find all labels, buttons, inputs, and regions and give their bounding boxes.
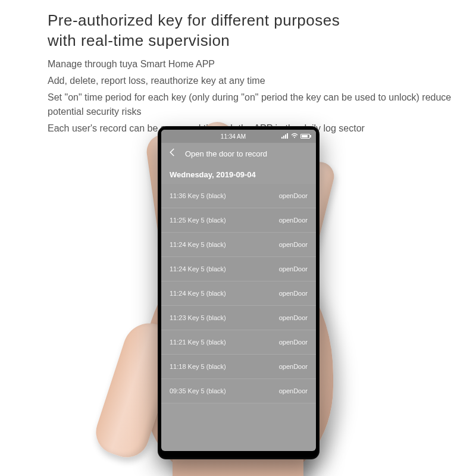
wifi-icon xyxy=(291,133,298,140)
log-entry-label: 11:36 Key 5 (black) xyxy=(170,192,226,199)
log-row[interactable]: 11:24 Key 5 (black)openDoor xyxy=(161,281,316,306)
app-bar: Open the door to record xyxy=(161,143,316,164)
heading-line-2: with real-time supervision xyxy=(48,32,230,49)
app-title: Open the door to record xyxy=(185,149,267,158)
log-row[interactable]: 11:18 Key 5 (black)openDoor xyxy=(161,355,316,379)
phone-frame: 11:34 AM Open the door to record We xyxy=(158,126,320,459)
log-list[interactable]: 11:36 Key 5 (black)openDoor11:25 Key 5 (… xyxy=(161,184,316,403)
log-entry-label: 11:23 Key 5 (black) xyxy=(170,314,226,321)
log-row[interactable]: 11:21 Key 5 (black)openDoor xyxy=(161,330,316,355)
log-entry-label: 11:24 Key 5 (black) xyxy=(170,241,226,248)
date-header: Wednesday, 2019-09-04 xyxy=(161,164,316,184)
log-entry-action: openDoor xyxy=(279,387,308,394)
svg-rect-2 xyxy=(285,134,286,139)
back-icon[interactable] xyxy=(167,147,178,160)
svg-rect-1 xyxy=(283,136,284,139)
battery-icon xyxy=(300,134,310,139)
log-entry-label: 11:25 Key 5 (black) xyxy=(170,217,226,224)
sub-line-1: Manage through tuya Smart Home APP xyxy=(0,56,476,73)
log-entry-label: 11:21 Key 5 (black) xyxy=(170,339,226,346)
log-row[interactable]: 11:24 Key 5 (black)openDoor xyxy=(161,257,316,281)
phone-screen: 11:34 AM Open the door to record We xyxy=(161,130,316,451)
log-entry-action: openDoor xyxy=(279,314,308,321)
log-entry-label: 11:24 Key 5 (black) xyxy=(170,290,226,297)
log-row[interactable]: 11:36 Key 5 (black)openDoor xyxy=(161,184,316,208)
log-row[interactable]: 11:25 Key 5 (black)openDoor xyxy=(161,208,316,233)
log-row[interactable]: 09:35 Key 5 (black)openDoor xyxy=(161,379,316,403)
svg-rect-3 xyxy=(287,133,288,139)
log-entry-action: openDoor xyxy=(279,339,308,346)
svg-rect-0 xyxy=(281,137,283,139)
status-time: 11:34 AM xyxy=(167,133,281,140)
log-entry-action: openDoor xyxy=(279,217,308,224)
sub-line-2: Add, delete, report loss, reauthorize ke… xyxy=(0,73,476,89)
log-entry-action: openDoor xyxy=(279,192,308,199)
signal-icon xyxy=(281,133,289,140)
log-entry-action: openDoor xyxy=(279,241,308,248)
log-entry-label: 11:18 Key 5 (black) xyxy=(170,363,226,370)
log-entry-action: openDoor xyxy=(279,265,308,273)
log-row[interactable]: 11:24 Key 5 (black)openDoor xyxy=(161,233,316,257)
page-heading: Pre-authorized key for different purpose… xyxy=(0,0,476,56)
sub-line-3: Set "on" time period for each key (only … xyxy=(0,89,476,120)
log-entry-action: openDoor xyxy=(279,363,308,370)
log-row[interactable]: 11:23 Key 5 (black)openDoor xyxy=(161,306,316,330)
status-icons xyxy=(281,133,310,140)
heading-line-1: Pre-authorized key for different purpose… xyxy=(48,11,340,29)
status-bar: 11:34 AM xyxy=(161,130,316,143)
log-entry-action: openDoor xyxy=(279,290,308,297)
log-entry-label: 11:24 Key 5 (black) xyxy=(170,265,226,273)
svg-point-4 xyxy=(294,137,295,138)
log-entry-label: 09:35 Key 5 (black) xyxy=(170,387,226,394)
stage: 11:34 AM Open the door to record We xyxy=(0,119,476,476)
